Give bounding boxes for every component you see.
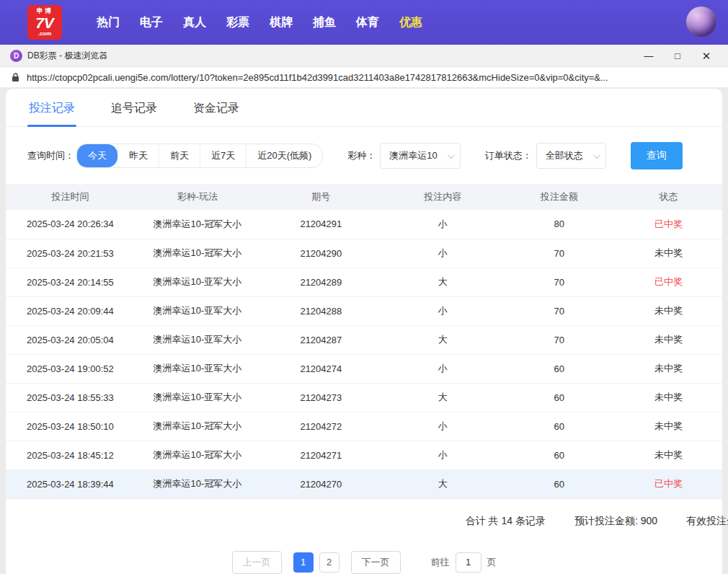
tab[interactable]: 资金记录 (192, 89, 241, 126)
prev-page-button[interactable]: 上一页 (232, 551, 282, 574)
goto-page-group: 前往 页 (431, 552, 497, 573)
user-avatar[interactable] (686, 6, 716, 37)
cell-bet-content: 大 (382, 268, 504, 296)
page-background: 投注记录 追号记录 资金记录 查询时间： 今天 昨天 前天 近7天 近20 (0, 87, 728, 574)
site-nav: 申博 7V .com 热门 电子 真人 彩票 棋牌 捕鱼 体育 优惠 (0, 0, 728, 45)
cell-status: 未中奖 (615, 325, 722, 354)
cell-bet-content: 小 (382, 239, 504, 268)
cell-status: 已中奖 (615, 469, 722, 498)
lottery-select[interactable]: 澳洲幸运10 (380, 143, 460, 169)
cell-game-play: 澳洲幸运10-冠军大小 (135, 441, 260, 469)
cell-bet-time: 2025-03-24 18:39:44 (6, 469, 135, 498)
page-number-button[interactable]: 1 (293, 552, 314, 573)
table-row: 2025-03-24 20:09:44 澳洲幸运10-亚军大小 21204288… (6, 296, 722, 325)
close-button[interactable]: ✕ (692, 45, 721, 67)
next-page-button[interactable]: 下一页 (351, 551, 401, 574)
cell-bet-amount: 60 (504, 469, 615, 498)
nav-item[interactable]: 捕鱼 (303, 15, 346, 30)
table-row: 2025-03-24 20:14:55 澳洲幸运10-亚军大小 21204289… (6, 268, 722, 296)
time-filter-option[interactable]: 昨天 (117, 144, 159, 167)
nav-item[interactable]: 热门 (86, 15, 130, 30)
time-filter-option[interactable]: 近7天 (200, 144, 246, 167)
cell-status: 未中奖 (615, 354, 722, 383)
nav-item[interactable]: 电子 (130, 15, 173, 30)
table-body: 2025-03-24 20:26:34 澳洲幸运10-冠军大小 21204291… (6, 210, 722, 498)
cell-status: 未中奖 (615, 441, 722, 469)
cell-bet-amount: 70 (504, 268, 615, 296)
tab[interactable]: 投注记录 (27, 89, 76, 126)
table-row: 2025-03-24 20:21:53 澳洲幸运10-冠军大小 21204290… (6, 239, 722, 268)
address-bar[interactable]: https://ctopcp02pcali.uengi5e.com/lotter… (0, 67, 728, 87)
table-row: 2025-03-24 20:26:34 澳洲幸运10-冠军大小 21204291… (6, 210, 722, 239)
table-row: 2025-03-24 18:50:10 澳洲幸运10-冠军大小 21204272… (6, 412, 722, 441)
table-row: 2025-03-24 18:39:44 澳洲幸运10-冠军大小 21204270… (6, 469, 722, 498)
cell-issue-number: 21204272 (260, 412, 382, 441)
cell-bet-amount: 60 (504, 383, 615, 412)
cell-issue-number: 21204289 (260, 268, 382, 296)
maximize-button[interactable]: □ (663, 45, 692, 67)
lottery-filter-label: 彩种： (347, 149, 376, 162)
cell-bet-amount: 60 (504, 441, 615, 469)
cell-bet-content: 小 (382, 296, 504, 325)
cell-bet-content: 小 (382, 354, 504, 383)
table-row: 2025-03-24 19:00:52 澳洲幸运10-亚军大小 21204274… (6, 354, 722, 383)
site-logo[interactable]: 申博 7V .com (27, 5, 62, 40)
cell-game-play: 澳洲幸运10-亚军大小 (135, 268, 260, 296)
goto-label: 前往 (431, 556, 450, 569)
nav-item[interactable]: 棋牌 (259, 15, 303, 30)
lock-icon (12, 73, 19, 82)
tab-bar: 投注记录 追号记录 资金记录 (6, 89, 722, 127)
filter-bar: 查询时间： 今天 昨天 前天 近7天 近20天(低频) 彩种： 澳洲幸运10 (27, 142, 701, 169)
cell-bet-time: 2025-03-24 20:21:53 (6, 239, 135, 268)
site-logo-text-top: 申博 (27, 8, 62, 14)
cell-bet-time: 2025-03-24 18:55:33 (6, 383, 135, 412)
cell-game-play: 澳洲幸运10-亚军大小 (135, 296, 260, 325)
site-nav-menu: 热门 电子 真人 彩票 棋牌 捕鱼 体育 优惠 (86, 15, 432, 30)
time-filter-option[interactable]: 近20天(低频) (246, 144, 322, 167)
page-number-list: 1 2 (290, 552, 342, 573)
browser-favicon-icon: D (10, 50, 22, 62)
cell-game-play: 澳洲幸运10-冠军大小 (135, 210, 260, 239)
table-row: 2025-03-24 18:45:12 澳洲幸运10-冠军大小 21204271… (6, 441, 722, 469)
cell-bet-time: 2025-03-24 18:45:12 (6, 441, 135, 469)
site-logo-text-mid: 7V (27, 15, 62, 30)
table-header-cell: 期号 (260, 184, 382, 210)
cell-status: 已中奖 (615, 268, 722, 296)
nav-item[interactable]: 优惠 (389, 15, 432, 30)
tab[interactable]: 追号记录 (110, 89, 159, 126)
cell-game-play: 澳洲幸运10-冠军大小 (135, 239, 260, 268)
cell-status: 未中奖 (615, 383, 722, 412)
order-status-select[interactable]: 全部状态 (536, 143, 606, 169)
cell-bet-amount: 70 (504, 239, 615, 268)
cell-bet-time: 2025-03-24 20:14:55 (6, 268, 135, 296)
search-button[interactable]: 查询 (631, 142, 683, 169)
nav-item[interactable]: 真人 (173, 15, 216, 30)
site-logo-text-bot: .com (27, 31, 62, 37)
browser-titlebar: D DB彩票 - 极速浏览器 — □ ✕ (0, 45, 728, 67)
status-filter-label: 订单状态： (485, 149, 532, 162)
cell-bet-content: 大 (382, 469, 504, 498)
summary-row: 合计 共 14 条记录 预计投注金额: 900 有效投注金额: (6, 499, 722, 535)
cell-bet-amount: 70 (504, 325, 615, 354)
page-number-button[interactable]: 2 (319, 552, 339, 573)
goto-page-unit: 页 (487, 556, 497, 569)
cell-bet-time: 2025-03-24 20:26:34 (6, 210, 135, 239)
content-card: 投注记录 追号记录 资金记录 查询时间： 今天 昨天 前天 近7天 近20 (6, 89, 722, 574)
cell-bet-time: 2025-03-24 20:09:44 (6, 296, 135, 325)
goto-page-input[interactable] (456, 552, 481, 573)
cell-status: 未中奖 (615, 239, 722, 268)
cell-game-play: 澳洲幸运10-冠军大小 (135, 412, 260, 441)
minimize-button[interactable]: — (634, 45, 663, 67)
table-header-cell: 投注时间 (6, 184, 135, 210)
cell-issue-number: 21204290 (260, 239, 382, 268)
cell-issue-number: 21204288 (260, 296, 382, 325)
nav-item[interactable]: 体育 (346, 15, 389, 30)
lottery-select-value: 澳洲幸运10 (389, 149, 437, 162)
table-header-cell: 状态 (615, 184, 722, 210)
cell-bet-amount: 70 (504, 296, 615, 325)
summary-expected-amount: 预计投注金额: 900 (574, 515, 657, 528)
nav-item[interactable]: 彩票 (216, 15, 259, 30)
time-filter-option[interactable]: 前天 (159, 144, 200, 167)
cell-issue-number: 21204270 (260, 469, 382, 498)
time-filter-option[interactable]: 今天 (76, 144, 117, 167)
